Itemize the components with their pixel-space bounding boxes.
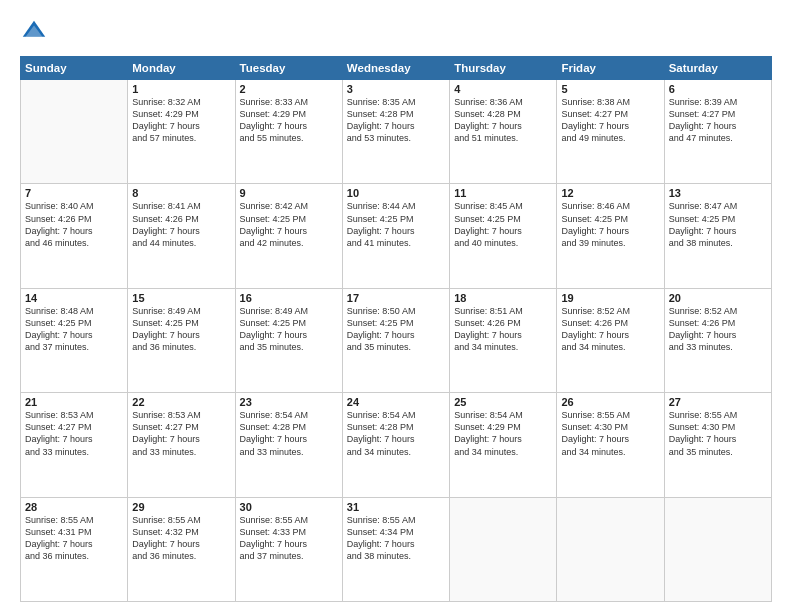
calendar-cell: 29Sunrise: 8:55 AM Sunset: 4:32 PM Dayli… <box>128 497 235 601</box>
cell-info: Sunrise: 8:49 AM Sunset: 4:25 PM Dayligh… <box>132 305 230 354</box>
day-number: 4 <box>454 83 552 95</box>
day-number: 17 <box>347 292 445 304</box>
cell-info: Sunrise: 8:55 AM Sunset: 4:34 PM Dayligh… <box>347 514 445 563</box>
col-header-friday: Friday <box>557 57 664 80</box>
day-number: 27 <box>669 396 767 408</box>
col-header-thursday: Thursday <box>450 57 557 80</box>
day-number: 8 <box>132 187 230 199</box>
cell-info: Sunrise: 8:33 AM Sunset: 4:29 PM Dayligh… <box>240 96 338 145</box>
day-number: 7 <box>25 187 123 199</box>
calendar-cell: 26Sunrise: 8:55 AM Sunset: 4:30 PM Dayli… <box>557 393 664 497</box>
calendar-cell: 5Sunrise: 8:38 AM Sunset: 4:27 PM Daylig… <box>557 80 664 184</box>
calendar-cell: 6Sunrise: 8:39 AM Sunset: 4:27 PM Daylig… <box>664 80 771 184</box>
cell-info: Sunrise: 8:38 AM Sunset: 4:27 PM Dayligh… <box>561 96 659 145</box>
calendar-cell <box>450 497 557 601</box>
calendar-cell: 8Sunrise: 8:41 AM Sunset: 4:26 PM Daylig… <box>128 184 235 288</box>
day-number: 31 <box>347 501 445 513</box>
calendar-cell: 12Sunrise: 8:46 AM Sunset: 4:25 PM Dayli… <box>557 184 664 288</box>
day-number: 5 <box>561 83 659 95</box>
day-number: 2 <box>240 83 338 95</box>
calendar-week-row: 28Sunrise: 8:55 AM Sunset: 4:31 PM Dayli… <box>21 497 772 601</box>
calendar-cell: 24Sunrise: 8:54 AM Sunset: 4:28 PM Dayli… <box>342 393 449 497</box>
day-number: 9 <box>240 187 338 199</box>
cell-info: Sunrise: 8:52 AM Sunset: 4:26 PM Dayligh… <box>669 305 767 354</box>
col-header-wednesday: Wednesday <box>342 57 449 80</box>
day-number: 29 <box>132 501 230 513</box>
cell-info: Sunrise: 8:54 AM Sunset: 4:28 PM Dayligh… <box>240 409 338 458</box>
calendar-cell <box>557 497 664 601</box>
calendar-cell: 7Sunrise: 8:40 AM Sunset: 4:26 PM Daylig… <box>21 184 128 288</box>
calendar-cell: 21Sunrise: 8:53 AM Sunset: 4:27 PM Dayli… <box>21 393 128 497</box>
calendar-week-row: 7Sunrise: 8:40 AM Sunset: 4:26 PM Daylig… <box>21 184 772 288</box>
day-number: 6 <box>669 83 767 95</box>
cell-info: Sunrise: 8:53 AM Sunset: 4:27 PM Dayligh… <box>132 409 230 458</box>
calendar-cell: 30Sunrise: 8:55 AM Sunset: 4:33 PM Dayli… <box>235 497 342 601</box>
header <box>20 18 772 46</box>
logo <box>20 18 52 46</box>
cell-info: Sunrise: 8:52 AM Sunset: 4:26 PM Dayligh… <box>561 305 659 354</box>
day-number: 25 <box>454 396 552 408</box>
logo-icon <box>20 18 48 46</box>
day-number: 18 <box>454 292 552 304</box>
cell-info: Sunrise: 8:55 AM Sunset: 4:31 PM Dayligh… <box>25 514 123 563</box>
calendar-table: SundayMondayTuesdayWednesdayThursdayFrid… <box>20 56 772 602</box>
calendar-cell: 25Sunrise: 8:54 AM Sunset: 4:29 PM Dayli… <box>450 393 557 497</box>
calendar-cell: 14Sunrise: 8:48 AM Sunset: 4:25 PM Dayli… <box>21 288 128 392</box>
calendar-cell: 9Sunrise: 8:42 AM Sunset: 4:25 PM Daylig… <box>235 184 342 288</box>
calendar-cell: 10Sunrise: 8:44 AM Sunset: 4:25 PM Dayli… <box>342 184 449 288</box>
day-number: 19 <box>561 292 659 304</box>
day-number: 26 <box>561 396 659 408</box>
cell-info: Sunrise: 8:44 AM Sunset: 4:25 PM Dayligh… <box>347 200 445 249</box>
day-number: 30 <box>240 501 338 513</box>
calendar-cell: 28Sunrise: 8:55 AM Sunset: 4:31 PM Dayli… <box>21 497 128 601</box>
calendar-week-row: 14Sunrise: 8:48 AM Sunset: 4:25 PM Dayli… <box>21 288 772 392</box>
cell-info: Sunrise: 8:41 AM Sunset: 4:26 PM Dayligh… <box>132 200 230 249</box>
calendar-cell: 2Sunrise: 8:33 AM Sunset: 4:29 PM Daylig… <box>235 80 342 184</box>
calendar-cell: 22Sunrise: 8:53 AM Sunset: 4:27 PM Dayli… <box>128 393 235 497</box>
day-number: 21 <box>25 396 123 408</box>
calendar-cell: 19Sunrise: 8:52 AM Sunset: 4:26 PM Dayli… <box>557 288 664 392</box>
calendar-cell: 18Sunrise: 8:51 AM Sunset: 4:26 PM Dayli… <box>450 288 557 392</box>
day-number: 24 <box>347 396 445 408</box>
day-number: 13 <box>669 187 767 199</box>
calendar-cell <box>664 497 771 601</box>
calendar-cell: 15Sunrise: 8:49 AM Sunset: 4:25 PM Dayli… <box>128 288 235 392</box>
cell-info: Sunrise: 8:45 AM Sunset: 4:25 PM Dayligh… <box>454 200 552 249</box>
day-number: 16 <box>240 292 338 304</box>
cell-info: Sunrise: 8:54 AM Sunset: 4:28 PM Dayligh… <box>347 409 445 458</box>
day-number: 1 <box>132 83 230 95</box>
cell-info: Sunrise: 8:51 AM Sunset: 4:26 PM Dayligh… <box>454 305 552 354</box>
calendar-cell: 4Sunrise: 8:36 AM Sunset: 4:28 PM Daylig… <box>450 80 557 184</box>
calendar-cell: 20Sunrise: 8:52 AM Sunset: 4:26 PM Dayli… <box>664 288 771 392</box>
col-header-sunday: Sunday <box>21 57 128 80</box>
cell-info: Sunrise: 8:55 AM Sunset: 4:30 PM Dayligh… <box>669 409 767 458</box>
calendar-cell: 27Sunrise: 8:55 AM Sunset: 4:30 PM Dayli… <box>664 393 771 497</box>
cell-info: Sunrise: 8:54 AM Sunset: 4:29 PM Dayligh… <box>454 409 552 458</box>
calendar-cell: 23Sunrise: 8:54 AM Sunset: 4:28 PM Dayli… <box>235 393 342 497</box>
calendar-cell: 17Sunrise: 8:50 AM Sunset: 4:25 PM Dayli… <box>342 288 449 392</box>
calendar-cell: 13Sunrise: 8:47 AM Sunset: 4:25 PM Dayli… <box>664 184 771 288</box>
cell-info: Sunrise: 8:46 AM Sunset: 4:25 PM Dayligh… <box>561 200 659 249</box>
cell-info: Sunrise: 8:32 AM Sunset: 4:29 PM Dayligh… <box>132 96 230 145</box>
cell-info: Sunrise: 8:49 AM Sunset: 4:25 PM Dayligh… <box>240 305 338 354</box>
day-number: 23 <box>240 396 338 408</box>
calendar-week-row: 21Sunrise: 8:53 AM Sunset: 4:27 PM Dayli… <box>21 393 772 497</box>
day-number: 22 <box>132 396 230 408</box>
cell-info: Sunrise: 8:55 AM Sunset: 4:32 PM Dayligh… <box>132 514 230 563</box>
calendar-cell: 11Sunrise: 8:45 AM Sunset: 4:25 PM Dayli… <box>450 184 557 288</box>
day-number: 15 <box>132 292 230 304</box>
cell-info: Sunrise: 8:40 AM Sunset: 4:26 PM Dayligh… <box>25 200 123 249</box>
calendar-header-row: SundayMondayTuesdayWednesdayThursdayFrid… <box>21 57 772 80</box>
cell-info: Sunrise: 8:53 AM Sunset: 4:27 PM Dayligh… <box>25 409 123 458</box>
day-number: 20 <box>669 292 767 304</box>
cell-info: Sunrise: 8:35 AM Sunset: 4:28 PM Dayligh… <box>347 96 445 145</box>
day-number: 10 <box>347 187 445 199</box>
calendar-cell: 16Sunrise: 8:49 AM Sunset: 4:25 PM Dayli… <box>235 288 342 392</box>
calendar-cell: 31Sunrise: 8:55 AM Sunset: 4:34 PM Dayli… <box>342 497 449 601</box>
cell-info: Sunrise: 8:55 AM Sunset: 4:33 PM Dayligh… <box>240 514 338 563</box>
cell-info: Sunrise: 8:55 AM Sunset: 4:30 PM Dayligh… <box>561 409 659 458</box>
col-header-monday: Monday <box>128 57 235 80</box>
cell-info: Sunrise: 8:48 AM Sunset: 4:25 PM Dayligh… <box>25 305 123 354</box>
col-header-saturday: Saturday <box>664 57 771 80</box>
day-number: 28 <box>25 501 123 513</box>
